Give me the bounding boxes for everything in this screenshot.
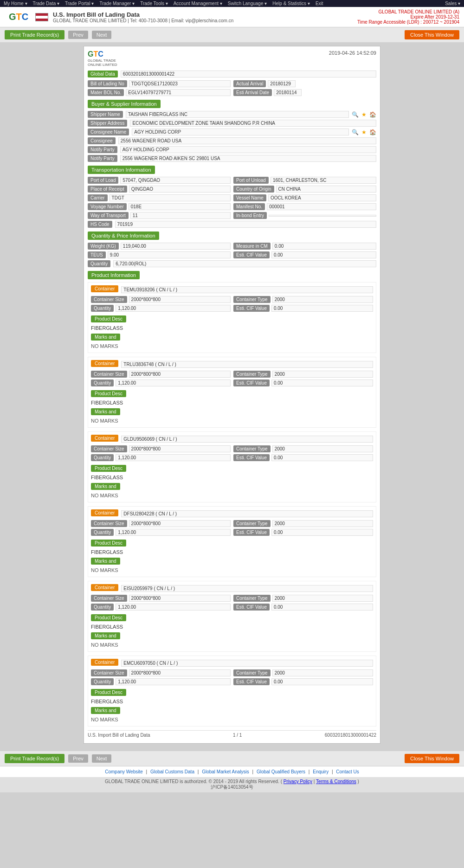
home-icon[interactable]: 🏠: [369, 111, 376, 118]
container-5-type-group: Container Type 2000: [233, 595, 373, 602]
container-6-prod-row: Product Desc: [91, 687, 373, 697]
print-button-top[interactable]: Print Trade Record(s): [5, 30, 64, 39]
esti-cif-main-value: 0.00: [271, 251, 376, 258]
link-company-website[interactable]: Company Website: [105, 769, 143, 774]
container-4-cif-value: 0.00: [271, 529, 373, 536]
search-icon[interactable]: 🔍: [352, 111, 359, 118]
logo-g: G: [9, 12, 16, 22]
port-unload-label: Port of Unload: [233, 177, 269, 184]
container-4-cif-group: Esti. CIF Value 0.00: [233, 529, 373, 536]
container-3-cif-value: 0.00: [271, 454, 373, 461]
actual-arrival-group: Actual Arrival 20180129: [233, 80, 376, 87]
close-button-bottom[interactable]: Close This Window: [405, 754, 459, 763]
carrier-group: Carrier TDGT: [88, 194, 231, 201]
privacy-link[interactable]: Privacy Policy: [284, 779, 312, 784]
container-4-size-label: Container Size: [91, 520, 127, 527]
container-2-qty-group: Quantity 1,120.00: [91, 379, 231, 386]
container-5-type-value: 2000: [272, 595, 373, 602]
in-bond-group: In-bond Entry: [233, 212, 376, 219]
product-section: Product Information Container TEMU391820…: [88, 271, 376, 727]
container-2-size-value: 2000*800*800: [129, 371, 231, 378]
hs-code-row: HS Code 701919: [88, 221, 376, 228]
next-button-bottom[interactable]: Next: [92, 754, 112, 763]
teus-value: 9.00: [108, 251, 231, 258]
link-global-customs[interactable]: Global Customs Data: [150, 769, 194, 774]
link-enquiry[interactable]: Enquiry: [313, 769, 329, 774]
country-origin-group: Country of Origin CN CHINA: [233, 186, 376, 193]
nav-account-management[interactable]: Account Management ▾: [174, 1, 222, 6]
container-1-type-group: Container Type 2000: [233, 296, 373, 303]
container-6-size-value: 2000*800*800: [129, 669, 231, 676]
shipper-name-label: Shipper Name: [88, 111, 123, 118]
card-footer: U.S. Import Bill of Lading Data 1 / 1 60…: [88, 730, 376, 739]
nav-my-home[interactable]: My Home ▾: [4, 1, 27, 6]
shipper-address-row: Shipper Address ECONOMIC DEVELOPMENT ZON…: [88, 120, 376, 127]
teus-group: TEUS 9.00: [88, 251, 231, 258]
page-title: U.S. Import Bill of Lading Data: [53, 11, 233, 18]
nav-switch-language[interactable]: Switch Language ▾: [228, 1, 267, 6]
link-global-buyers[interactable]: Global Qualified Buyers: [257, 769, 305, 774]
container-3-cif-label: Esti. CIF Value: [233, 454, 270, 461]
link-contact[interactable]: Contact Us: [336, 769, 359, 774]
container-1-marks-value: NO MARKS: [91, 343, 373, 349]
terms-link[interactable]: Terms & Conditions: [316, 779, 356, 784]
vessel-value: OOCL KOREA: [268, 194, 376, 201]
teus-row: TEUS 9.00 Esti. CIF Value 0.00: [88, 251, 376, 258]
carrier-value: TDGT: [110, 194, 231, 201]
container-4-type-group: Container Type 2000: [233, 520, 373, 527]
nav-trade-data[interactable]: Trade Data ▾: [33, 1, 59, 6]
prev-button-bottom[interactable]: Prev: [68, 754, 88, 763]
container-4-size-row: Container Size 2000*800*800 Container Ty…: [91, 520, 373, 527]
nav-trade-portal[interactable]: Trade Portal ▾: [65, 1, 94, 6]
hs-code-value: 701919: [115, 221, 376, 228]
logo: GTC: [5, 9, 32, 25]
nav-help-statistics[interactable]: Help & Statistics ▾: [272, 1, 310, 6]
container-6-marks-row: Marks and: [91, 705, 373, 715]
weight-value: 119,040.00: [121, 243, 231, 250]
logo-c: C: [22, 12, 28, 22]
nav-sales[interactable]: Sales ▾: [445, 1, 460, 6]
link-global-market[interactable]: Global Market Analysis: [202, 769, 249, 774]
container-5-prod-label: Product Desc: [91, 614, 126, 621]
container-1-qty-value: 1,120.00: [116, 305, 231, 312]
home-icon-2[interactable]: 🏠: [369, 129, 376, 135]
nav-trade-tools[interactable]: Trade Tools ▾: [140, 1, 168, 6]
card-header: GTC GLOBAL TRADE ONLINE LIMITED 2019-04-…: [88, 50, 376, 67]
container-5: Container EISU2059979 ( CN / L / ) Conta…: [88, 581, 376, 652]
port-unload-value: 1601, CHARLESTON, SC: [271, 177, 376, 184]
star-icon-2[interactable]: ★: [361, 129, 367, 135]
close-button-top[interactable]: Close This Window: [405, 30, 459, 39]
way-of-transport-group: Way of Transport 11: [88, 212, 231, 219]
place-receipt-row: Place of Receipt QINGDAO Country of Orig…: [88, 186, 376, 193]
bol-value: TDGTQDSE17120023: [129, 80, 231, 87]
container-4-cif-label: Esti. CIF Value: [233, 529, 270, 536]
carrier-row: Carrier TDGT Vessel Name OOCL KOREA: [88, 194, 376, 201]
main-record-card: GTC GLOBAL TRADE ONLINE LIMITED 2019-04-…: [84, 46, 380, 744]
container-5-value: EISU2059979 ( CN / L / ): [121, 585, 373, 592]
container-2-prod-value: FIBERGLASS: [91, 400, 373, 405]
container-1-qty-label: Quantity: [91, 305, 114, 312]
nav-trade-manager[interactable]: Trade Manager ▾: [99, 1, 135, 6]
teus-label: TEUS: [88, 251, 106, 258]
container-1-row: Container TEMU3918206 ( CN / L / ): [91, 285, 373, 294]
container-6-type-value: 2000: [272, 669, 373, 676]
container-2-cif-value: 0.00: [271, 379, 373, 386]
prev-button-top[interactable]: Prev: [68, 31, 88, 39]
container-3-size-label: Container Size: [91, 445, 127, 452]
container-3-qty-group: Quantity 1,120.00: [91, 454, 231, 461]
container-1: Container TEMU3918206 ( CN / L / ) Conta…: [88, 282, 376, 353]
transport-section: Transportation Information Port of Load …: [88, 166, 376, 228]
container-3-row: Container GLDU9506069 ( CN / L / ): [91, 435, 373, 444]
container-3-marks-label: Marks and: [91, 483, 120, 490]
weight-label: Weight (KG): [88, 243, 119, 250]
search-icon-2[interactable]: 🔍: [352, 129, 359, 135]
nav-exit[interactable]: Exit: [316, 1, 323, 6]
print-button-bottom[interactable]: Print Trade Record(s): [5, 754, 64, 763]
container-4-row: Container DFSU2804228 ( CN / L / ): [91, 509, 373, 518]
star-icon[interactable]: ★: [361, 111, 367, 118]
container-6-size-group: Container Size 2000*800*800: [91, 669, 231, 676]
way-of-transport-row: Way of Transport 11 In-bond Entry: [88, 212, 376, 219]
measure-label: Measure in CM: [233, 243, 271, 250]
next-button-top[interactable]: Next: [92, 31, 112, 39]
container-6-qty-value: 1,120.00: [116, 678, 231, 685]
